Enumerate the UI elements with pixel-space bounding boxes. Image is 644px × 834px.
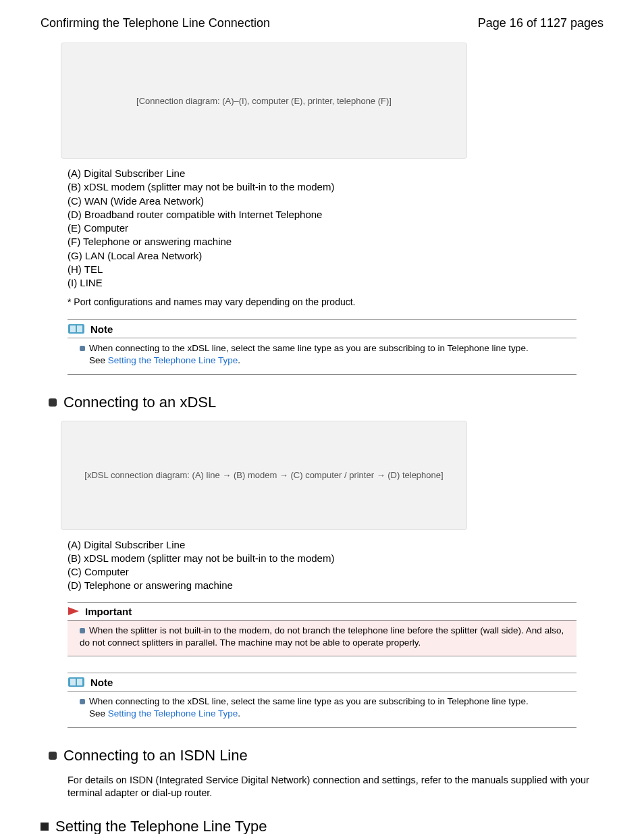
- legend-item: (G) LAN (Local Area Network): [68, 249, 603, 263]
- legend-item: (A) Digital Subscriber Line: [68, 538, 603, 552]
- note-heading-text: Note: [90, 323, 113, 335]
- important-heading-text: Important: [85, 606, 132, 617]
- note-heading-text: Note: [90, 677, 113, 688]
- section-heading-xdsl: Connecting to an xDSL: [49, 394, 603, 411]
- header-title: Confirming the Telephone Line Connection: [41, 16, 270, 30]
- bullet-icon: [80, 346, 85, 351]
- page-header: Confirming the Telephone Line Connection…: [41, 16, 603, 30]
- section-heading-isdn: Connecting to an ISDN Line: [49, 747, 603, 764]
- note-header: Note: [68, 673, 576, 692]
- section-heading-settype: Setting the Telephone Line Type: [41, 818, 603, 834]
- open-book-icon: [68, 323, 85, 335]
- open-book-icon: [68, 676, 85, 688]
- note-callout-1: Note When connecting to the xDSL line, s…: [68, 319, 576, 374]
- legend-item: (H) TEL: [68, 263, 603, 276]
- note-callout-2: Note When connecting to the xDSL line, s…: [68, 673, 576, 727]
- legend-item: (B) xDSL modem (splitter may not be buil…: [68, 552, 603, 565]
- diagram1-legend: (A) Digital Subscriber Line (B) xDSL mod…: [68, 167, 603, 290]
- header-page-number: Page 16 of 1127 pages: [478, 16, 603, 30]
- legend-item: (A) Digital Subscriber Line: [68, 167, 603, 180]
- note-period: .: [238, 708, 240, 719]
- note-text: When connecting to the xDSL line, select…: [89, 696, 529, 706]
- bullet-icon: [49, 752, 57, 760]
- note-see: See: [89, 355, 108, 365]
- connection-diagram-1: [Connection diagram: (A)–(I), computer (…: [61, 43, 467, 159]
- bullet-icon: [49, 398, 57, 407]
- legend-item: (C) Computer: [68, 565, 603, 579]
- important-body: When the splitter is not built-in to the…: [68, 621, 576, 656]
- legend-item: (E) Computer: [68, 221, 603, 235]
- diagram1-footnote: * Port configurations and names may vary…: [68, 296, 603, 307]
- important-callout: Important When the splitter is not built…: [68, 602, 576, 656]
- note-body: When connecting to the xDSL line, select…: [68, 338, 576, 374]
- section-title: Setting the Telephone Line Type: [55, 818, 267, 834]
- legend-item: (I) LINE: [68, 276, 603, 290]
- link-setting-telephone-line-type[interactable]: Setting the Telephone Line Type: [108, 708, 238, 719]
- svg-marker-2: [68, 607, 79, 615]
- important-text: When the splitter is not built-in to the…: [80, 625, 564, 648]
- bullet-icon: [80, 628, 85, 633]
- note-see: See: [89, 708, 108, 719]
- connection-diagram-2: [xDSL connection diagram: (A) line → (B)…: [61, 421, 467, 530]
- legend-item: (F) Telephone or answering machine: [68, 235, 603, 249]
- legend-item: (C) WAN (Wide Area Network): [68, 194, 603, 208]
- legend-item: (D) Broadband router compatible with Int…: [68, 208, 603, 221]
- note-body: When connecting to the xDSL line, select…: [68, 692, 576, 727]
- note-header: Note: [68, 320, 576, 338]
- section-title: Connecting to an xDSL: [63, 394, 216, 411]
- diagram2-legend: (A) Digital Subscriber Line (B) xDSL mod…: [68, 538, 603, 593]
- isdn-body: For details on ISDN (Integrated Service …: [68, 774, 603, 800]
- legend-item: (D) Telephone or answering machine: [68, 579, 603, 592]
- link-setting-telephone-line-type[interactable]: Setting the Telephone Line Type: [108, 355, 238, 365]
- section-title: Connecting to an ISDN Line: [63, 747, 248, 764]
- note-period: .: [238, 355, 240, 365]
- bullet-icon: [80, 699, 85, 704]
- flag-icon: [68, 606, 80, 616]
- important-header: Important: [68, 603, 576, 621]
- square-bullet-icon: [41, 823, 49, 831]
- note-text: When connecting to the xDSL line, select…: [89, 343, 529, 353]
- legend-item: (B) xDSL modem (splitter may not be buil…: [68, 180, 603, 194]
